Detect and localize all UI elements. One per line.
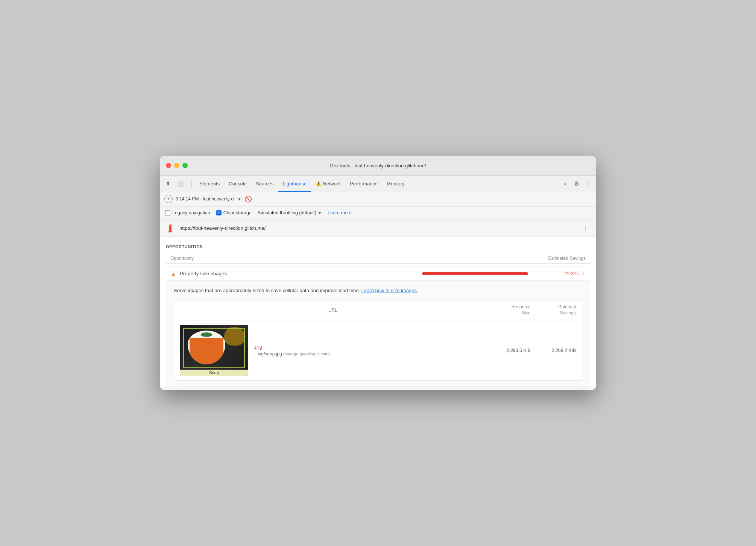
tab-console[interactable]: Console	[224, 175, 251, 192]
clear-storage-label: Clear storage	[223, 210, 252, 215]
audit-description: Serve images that are appropriately-size…	[174, 287, 582, 294]
tab-performance[interactable]: Performance	[345, 175, 382, 192]
session-label: 3:14:14 PM - foul-heavenly-di	[176, 196, 235, 202]
maximize-button[interactable]	[182, 163, 188, 168]
close-button[interactable]	[166, 163, 171, 168]
window-title: DevTools - foul-heavenly-direction.glitc…	[330, 163, 426, 168]
learn-how-link[interactable]: Learn how to size images	[361, 288, 417, 293]
data-table-header: URL Resource Size Potential Savings	[174, 300, 582, 320]
legacy-navigation-option[interactable]: Legacy navigation	[165, 210, 210, 215]
legacy-navigation-label: Legacy navigation	[172, 210, 210, 215]
dt-col-url-header: URL	[180, 308, 486, 313]
lighthouse-brand-icon	[165, 223, 176, 234]
audit-savings-value: 22.31s	[550, 271, 580, 276]
main-content: https://foul-heavenly-direction.glitch.m…	[160, 220, 596, 387]
plus-icon: +	[167, 196, 170, 202]
audit-expanded-content: Serve images that are appropriately-size…	[166, 281, 590, 387]
opportunities-section: OPPORTUNITIES Opportunity Estimated Savi…	[160, 237, 596, 387]
clear-storage-option[interactable]: Clear storage	[216, 210, 252, 215]
traffic-lights	[166, 163, 188, 168]
tab-divider	[191, 179, 192, 188]
dots-icon: ⋮	[585, 180, 591, 187]
table-cell-url: img ...big/soop.jpg (storage.googleapis.…	[254, 344, 486, 356]
svg-rect-2	[169, 231, 172, 232]
more-tabs-button[interactable]: »	[560, 178, 571, 189]
audit-title: Properly size images	[180, 271, 422, 276]
throttling-dropdown-icon[interactable]: ▼	[318, 211, 322, 215]
audit-row-header[interactable]: ▲ Properly size images 22.31s ∧	[166, 267, 590, 281]
thumbnail-outline	[183, 328, 245, 368]
url-bar: https://foul-heavenly-direction.glitch.m…	[160, 220, 596, 237]
audit-bar-container	[422, 272, 550, 275]
menu-button[interactable]: ⋮	[583, 178, 593, 189]
throttling-option: Simulated throttling (default) ▼	[258, 210, 322, 215]
url-more-button[interactable]: ⋮	[580, 223, 591, 234]
svg-rect-3	[170, 225, 171, 226]
legacy-navigation-checkbox[interactable]	[165, 210, 170, 215]
sub-toolbar: + 3:14:14 PM - foul-heavenly-di ▼ 🚫	[160, 192, 596, 206]
throttling-label: Simulated throttling (default)	[258, 210, 316, 215]
settings-button[interactable]: ⚙	[571, 178, 582, 189]
image-thumbnail: Soop	[180, 325, 248, 376]
thumbnail-label: Soop	[180, 370, 248, 376]
audit-row-properly-size-images: ▲ Properly size images 22.31s ∧ Serve im…	[166, 267, 590, 387]
url-more-icon: ⋮	[583, 224, 589, 232]
tab-network[interactable]: ⚠️ Network	[311, 175, 345, 192]
url-text: https://foul-heavenly-direction.glitch.m…	[179, 225, 577, 231]
tab-memory[interactable]: Memory	[382, 175, 409, 192]
clear-storage-checkbox[interactable]	[216, 210, 222, 215]
cursor-icon-button[interactable]: ⬆	[163, 178, 173, 189]
tab-sources[interactable]: Sources	[251, 175, 278, 192]
session-dropdown-icon[interactable]: ▼	[238, 197, 241, 201]
tab-bar: ⬆ ⬜ Elements Console Sources Lighthouse …	[160, 176, 596, 192]
table-row: Soop img ...big/soop.jpg (storage.google…	[174, 320, 582, 380]
cursor-icon: ⬆	[166, 180, 170, 187]
learn-more-link[interactable]: Learn more	[328, 210, 352, 215]
no-entry-icon[interactable]: 🚫	[244, 196, 252, 203]
audit-savings-bar	[422, 272, 528, 275]
add-session-button[interactable]: +	[164, 195, 173, 203]
tab-lighthouse[interactable]: Lighthouse	[278, 175, 311, 192]
col-opportunity-header: Opportunity	[170, 256, 537, 261]
dt-col-resource-header: Resource Size	[486, 304, 531, 316]
more-tabs-icon: »	[564, 180, 567, 187]
col-savings-header: Estimated Savings	[537, 256, 586, 261]
minimize-button[interactable]	[174, 163, 179, 168]
table-header: Opportunity Estimated Savings	[166, 253, 590, 264]
img-tag: img	[254, 344, 486, 350]
devtools-window: DevTools - foul-heavenly-direction.glitc…	[160, 156, 596, 390]
data-table: URL Resource Size Potential Savings	[174, 300, 582, 381]
inspector-icon: ⬜	[177, 180, 184, 187]
img-domain: (storage.googleapis.com)	[283, 352, 330, 356]
gear-icon: ⚙	[574, 180, 579, 187]
network-warning-icon: ⚠️	[316, 181, 321, 186]
audit-chevron-icon[interactable]: ∧	[582, 271, 585, 276]
img-url: ...big/soop.jpg (storage.googleapis.com)	[254, 351, 486, 356]
audit-warning-icon: ▲	[171, 271, 176, 277]
inspect-icon-button[interactable]: ⬜	[175, 178, 185, 189]
tab-elements[interactable]: Elements	[195, 175, 224, 192]
table-cell-resource: 2,293.5 KiB	[486, 348, 531, 353]
title-bar: DevTools - foul-heavenly-direction.glitc…	[160, 156, 596, 176]
table-cell-potential: 2,268.2 KiB	[531, 348, 576, 353]
svg-rect-1	[169, 226, 172, 231]
options-bar: Legacy navigation Clear storage Simulate…	[160, 206, 596, 220]
section-title: OPPORTUNITIES	[166, 244, 590, 249]
toolbar-icons: ⬆ ⬜	[163, 178, 185, 189]
dt-col-potential-header: Potential Savings	[531, 304, 576, 316]
